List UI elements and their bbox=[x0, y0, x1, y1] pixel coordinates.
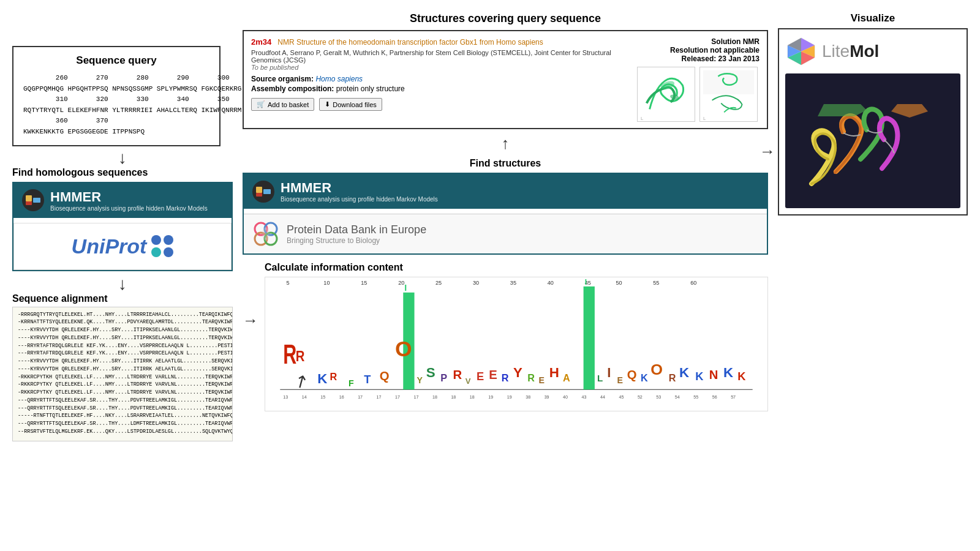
svg-text:40: 40 bbox=[563, 395, 568, 399]
litemol-lite-text: Lite bbox=[822, 42, 850, 61]
source-value: Homo sapiens bbox=[315, 75, 363, 83]
svg-text:E: E bbox=[489, 369, 497, 382]
svg-text:25: 25 bbox=[435, 280, 442, 286]
svg-text:17: 17 bbox=[395, 395, 400, 399]
svg-rect-19 bbox=[268, 277, 765, 411]
svg-text:K: K bbox=[723, 365, 733, 381]
svg-text:P: P bbox=[440, 373, 447, 384]
svg-text:56: 56 bbox=[712, 395, 717, 399]
svg-rect-1 bbox=[26, 195, 32, 201]
hmmer-icon-2 bbox=[252, 181, 274, 203]
svg-text:I: I bbox=[607, 365, 611, 381]
svg-text:19: 19 bbox=[488, 395, 493, 399]
svg-text:17: 17 bbox=[377, 395, 382, 399]
structure-publish: To be published bbox=[251, 64, 631, 71]
svg-text:55: 55 bbox=[653, 280, 659, 286]
svg-text:E: E bbox=[477, 371, 484, 383]
svg-text:53: 53 bbox=[656, 395, 661, 399]
svg-rect-35 bbox=[584, 287, 595, 389]
svg-text:L: L bbox=[597, 373, 603, 384]
svg-text:I: I bbox=[404, 283, 407, 293]
svg-text:44: 44 bbox=[600, 395, 605, 399]
svg-text:16: 16 bbox=[339, 395, 344, 399]
hmmer-title-2: HMMER bbox=[281, 180, 438, 196]
logo-chart-svg: 5 10 15 20 25 30 35 40 45 50 55 60 bbox=[268, 277, 765, 411]
svg-text:18: 18 bbox=[451, 395, 456, 399]
svg-text:14: 14 bbox=[302, 395, 307, 399]
svg-text:A: A bbox=[563, 373, 570, 384]
download-icon: ⬇ bbox=[325, 100, 330, 108]
svg-text:R: R bbox=[527, 373, 535, 384]
add-to-basket-button[interactable]: 🛒 Add to basket bbox=[251, 98, 314, 111]
visualize-section: Visualize Lite bbox=[778, 12, 968, 441]
svg-text:45: 45 bbox=[619, 395, 624, 399]
svg-text:H: H bbox=[549, 365, 559, 381]
svg-text:E: E bbox=[539, 376, 545, 386]
hmmer-title-1: HMMER bbox=[50, 189, 208, 205]
structure-image-2: L bbox=[699, 67, 758, 122]
find-homologous-section: Find homologous sequences bbox=[12, 167, 233, 271]
svg-text:K: K bbox=[317, 372, 327, 387]
svg-text:40: 40 bbox=[548, 280, 554, 286]
litemol-mol-text: Mol bbox=[850, 42, 879, 61]
svg-rect-12 bbox=[256, 187, 262, 193]
meta-method: Solution NMR bbox=[637, 37, 760, 46]
svg-text:R: R bbox=[330, 372, 337, 383]
pdbe-title: Protein Data Bank in Europe bbox=[287, 223, 426, 236]
arrow-right-calc: → bbox=[243, 262, 258, 330]
assembly-value: protein only structure bbox=[336, 84, 405, 93]
calc-info-section: Calculate information content 5 10 15 bbox=[265, 262, 768, 411]
meta-resolution: Resolution not applicable bbox=[637, 46, 760, 54]
svg-rect-4 bbox=[638, 67, 695, 121]
svg-text:50: 50 bbox=[616, 280, 622, 286]
structure-entry-box: 2m34 NMR Structure of the homeodomain tr… bbox=[243, 30, 768, 129]
structure-authors: Proudfoot A, Serrano P, Geralt M, Wuthri… bbox=[251, 49, 631, 64]
arrow-right-viz: → bbox=[760, 142, 968, 161]
svg-text:5: 5 bbox=[286, 280, 289, 286]
pdb-id: 2m34 bbox=[251, 37, 271, 47]
find-structures-section: Find structures HMMER Biosequence analys… bbox=[243, 158, 768, 255]
svg-text:18: 18 bbox=[432, 395, 437, 399]
svg-text:T: T bbox=[364, 374, 371, 386]
svg-text:43: 43 bbox=[582, 395, 587, 399]
svg-text:R: R bbox=[669, 373, 676, 384]
svg-text:19: 19 bbox=[507, 395, 512, 399]
download-files-button[interactable]: ⬇ Download files bbox=[319, 98, 382, 111]
svg-text:R: R bbox=[296, 348, 305, 364]
structure-images: L bbox=[637, 67, 760, 122]
svg-text:15: 15 bbox=[361, 280, 367, 286]
arrow-down-1: ↓ bbox=[12, 149, 233, 167]
hmmer-box-1: HMMER Biosequence analysis using profile… bbox=[13, 183, 232, 218]
pdbe-subtitle: Bringing Structure to Biology bbox=[287, 236, 426, 245]
svg-text:20: 20 bbox=[398, 280, 404, 286]
arrow-up-1: ↑ bbox=[243, 134, 768, 153]
svg-text:R: R bbox=[283, 339, 296, 369]
structure-image-1: L bbox=[637, 67, 695, 122]
pdbe-logo-svg bbox=[252, 220, 279, 247]
svg-text:R: R bbox=[502, 373, 509, 384]
structure-buttons: 🛒 Add to basket ⬇ Download files bbox=[251, 98, 631, 111]
svg-text:Y: Y bbox=[417, 376, 423, 386]
logo-chart: 5 10 15 20 25 30 35 40 45 50 55 60 bbox=[265, 277, 768, 411]
hmmer-logo-1 bbox=[22, 189, 44, 211]
hmmer-icon-1 bbox=[22, 189, 44, 211]
svg-rect-3 bbox=[33, 198, 40, 203]
svg-text:O: O bbox=[650, 361, 663, 378]
svg-text:E: E bbox=[617, 376, 622, 386]
uniprot-box: UniProt bbox=[13, 223, 232, 270]
pdbe-box: Protein Data Bank in Europe Bringing Str… bbox=[244, 214, 767, 253]
svg-text:39: 39 bbox=[545, 395, 549, 399]
uniprot-text: UniProt bbox=[72, 234, 147, 258]
structures-section-title: Structures covering query sequence bbox=[243, 12, 768, 25]
find-structures-title: Find structures bbox=[243, 158, 768, 169]
hmmer-subtitle-2: Biosequence analysis using profile hidde… bbox=[281, 196, 438, 203]
meta-released: Released: 23 Jan 2013 bbox=[637, 54, 760, 63]
pdbe-text: Protein Data Bank in Europe Bringing Str… bbox=[287, 223, 426, 245]
protein-structure-svg-1: L bbox=[638, 67, 695, 122]
svg-text:K: K bbox=[737, 371, 745, 383]
svg-text:Q: Q bbox=[627, 369, 637, 382]
sequence-text: 260 270 280 290 300 GQGPPQMHQG HPGQHTPPS… bbox=[23, 73, 209, 138]
sequence-query-title: Sequence query bbox=[23, 54, 209, 67]
svg-text:55: 55 bbox=[693, 395, 698, 399]
hmmer-subtitle-1: Biosequence analysis using profile hidde… bbox=[50, 205, 208, 212]
